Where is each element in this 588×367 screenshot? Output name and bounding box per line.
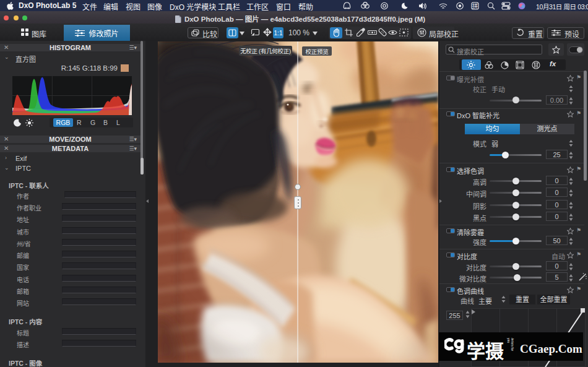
svg-text:拼: 拼 [472, 2, 478, 9]
